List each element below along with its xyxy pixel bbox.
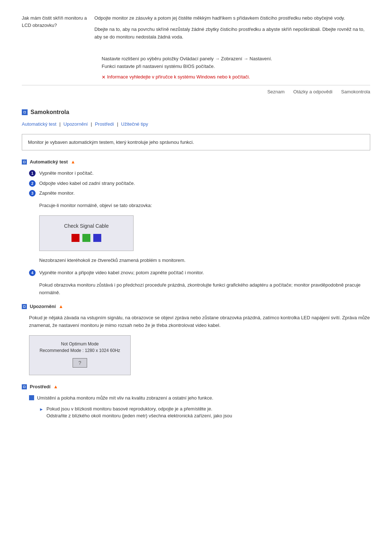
prostredi-sub-item: ► Pokud jsou v blízkosti monitoru basové… (39, 405, 370, 420)
upozorneni-icon (22, 304, 27, 309)
intro-text2: Funkci nastavte při nastavení systému BI… (102, 63, 370, 70)
sub-nav-uzitecne[interactable]: Užitečné tipy (121, 121, 148, 127)
section-title: Samokontrola (30, 109, 69, 116)
svg-rect-11 (24, 386, 25, 388)
x-icon: ✕ (102, 74, 106, 81)
signal-box-title: Check Signal Cable (45, 223, 127, 229)
auto-test-icon (22, 159, 27, 165)
faq-question: Jak mám čistit skříň monitoru a LCD obra… (22, 15, 94, 44)
prostredi-header: Prostředí ▲ (22, 384, 370, 389)
upozorneni-header: Upozornění ▲ (22, 304, 370, 309)
indented-text-1: Pracuje-li monitor normálně, objeví se t… (39, 202, 370, 210)
upozorneni-warning-icon: ▲ (59, 304, 64, 309)
warning-icon: ▲ (71, 159, 75, 165)
faq-answer: Odpojte monitor ze zásuvky a potom jej č… (94, 15, 370, 44)
not-optimum-sub: Recommended Mode : 1280 x 1024 60Hz (35, 348, 124, 353)
svg-rect-8 (24, 306, 25, 307)
info-box: Monitor je vybaven automatickým testem, … (22, 134, 370, 151)
step-num-3: 3 (29, 190, 36, 197)
prostredi-bullet-1 (29, 395, 34, 400)
sub-nav-upozorneni[interactable]: Upozornění (64, 121, 88, 127)
prostredi-title: Prostředí (30, 384, 50, 389)
indented-text-2: Nezobrazení kteréhokoli ze čtverečků zna… (39, 257, 370, 264)
sub-nav: Automatický test | Upozornění | Prostřed… (22, 121, 370, 127)
not-optimum-box: Not Optimum Mode Recommended Mode : 1280… (29, 335, 131, 375)
section-icon (22, 109, 28, 115)
signal-squares (45, 234, 127, 242)
step-num-1: 1 (29, 170, 36, 177)
intro-text1: Nastavte rozlišení po výběru položky Ovl… (102, 55, 370, 63)
prostredi-item-1: Umístění a poloha monitoru může mít vliv… (29, 394, 370, 402)
not-optimum-title: Not Optimum Mode (35, 341, 124, 347)
faq-link[interactable]: ✕ Informace vyhledejte v příručce k syst… (102, 73, 370, 81)
auto-test-title: Automatický test (30, 159, 68, 165)
step-4: 4 Vypněte monitor a připojte video kabel… (29, 269, 370, 276)
nav-bar: Seznam Otázky a odpovědi Samokontrola (22, 85, 370, 98)
not-optimum-button[interactable]: ? (73, 358, 87, 368)
step-3: 3 Zapněte monitor. (29, 190, 370, 197)
svg-rect-2 (24, 112, 25, 113)
sub-nav-auto[interactable]: Automatický test (22, 121, 56, 127)
sub-nav-prostredi[interactable]: Prostředí (95, 121, 114, 127)
upozorneni-title: Upozornění (30, 304, 56, 309)
nav-seznam[interactable]: Seznam (267, 89, 285, 94)
step-2: 2 Odpojte video kabel od zadní strany po… (29, 180, 370, 187)
indented-text-3: Pokud obrazovka monitoru zůstává i po př… (39, 281, 370, 297)
prostredi-warning-icon: ▲ (53, 384, 58, 389)
nav-samokontrola[interactable]: Samokontrola (341, 89, 370, 94)
square-red (72, 234, 79, 242)
nav-otazky[interactable]: Otázky a odpovědi (293, 89, 332, 94)
square-blue (93, 234, 101, 242)
section-header: Samokontrola (22, 109, 370, 116)
auto-test-header: Automatický test ▲ (22, 159, 370, 165)
svg-rect-5 (24, 161, 25, 163)
square-green (82, 234, 90, 242)
step-num-2: 2 (29, 180, 36, 187)
signal-box: Check Signal Cable (39, 215, 134, 251)
upozorneni-text: Pokud je nějaká závada na vstupním signá… (29, 314, 370, 329)
step-num-4: 4 (29, 270, 36, 276)
step-4-container: 4 Vypněte monitor a připojte video kabel… (29, 269, 370, 276)
steps-container: 1 Vypněte monitor i počítač. 2 Odpojte v… (29, 170, 370, 197)
prostredi-icon (22, 384, 27, 389)
arrow-right-icon: ► (39, 406, 44, 413)
step-1: 1 Vypněte monitor i počítač. (29, 170, 370, 177)
